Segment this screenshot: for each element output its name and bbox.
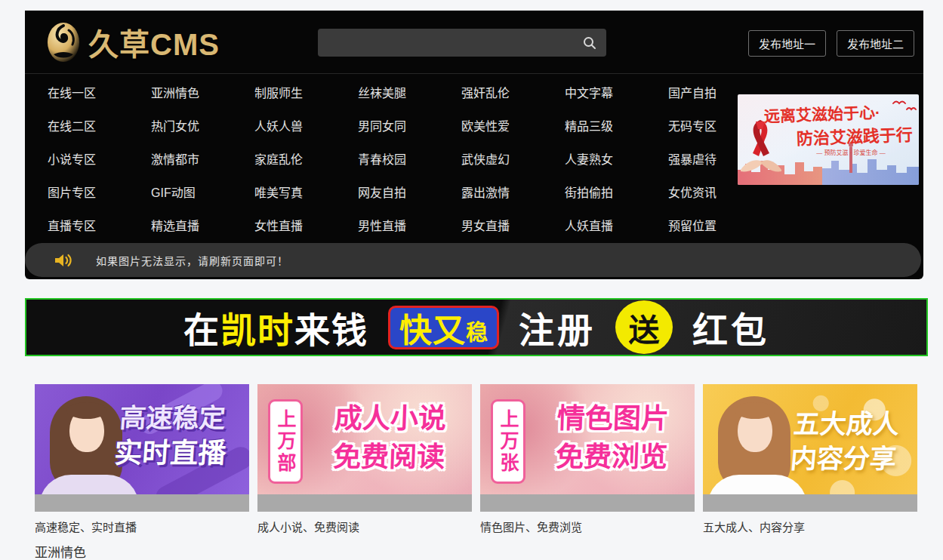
vertical-tag-text: 上万部 — [272, 409, 299, 475]
nav-item[interactable]: 男女直播 — [461, 216, 510, 234]
banner-redpacket-text: 红包 — [692, 301, 769, 353]
nav-item[interactable]: 人妖直播 — [565, 216, 613, 234]
casino-banner-ad[interactable]: 在凯时来钱 快又 稳 注册 送 红包 — [25, 298, 928, 356]
nav-item[interactable]: 街拍偷拍 — [565, 183, 613, 201]
card-text-line1: 高速稳定 — [100, 401, 245, 435]
card-overlay-text: 情色图片 免费浏览 — [532, 399, 693, 476]
card-caption[interactable]: 高速稳定、实时直播 — [35, 518, 249, 534]
nav-item[interactable]: 强奸乱伦 — [461, 83, 510, 101]
publish-address-1-button[interactable]: 发布地址一 — [748, 30, 826, 57]
card-bottom-strip — [703, 494, 917, 512]
nav-item[interactable]: 在线二区 — [48, 116, 96, 134]
card-overlay-text: 五大成人 内容分享 — [774, 407, 916, 475]
search-button[interactable] — [573, 29, 606, 57]
search-input[interactable] — [318, 29, 573, 57]
speaker-icon — [54, 251, 73, 269]
nav-item[interactable]: 欧美性爱 — [461, 116, 510, 134]
banner-fast-stable-box: 快又 稳 — [388, 306, 499, 349]
search-bar — [318, 29, 606, 57]
promo-card-novels-image: 上万部 成人小说 免费阅读 — [257, 384, 472, 512]
nav-item[interactable]: 在线一区 — [48, 83, 96, 101]
vertical-tag: 上万部 — [268, 399, 303, 484]
card-caption[interactable]: 五大成人、内容分享 — [703, 518, 917, 534]
site-shell: 久草CMS 发布地址一 发布地址二 在线一区亚洲情色制服师生丝袜美腿强奸乱伦中文… — [25, 11, 923, 279]
card-overlay-text: 成人小说 免费阅读 — [309, 399, 470, 476]
card-text-line1: 成人小说 — [310, 399, 470, 438]
nav-section: 在线一区亚洲情色制服师生丝袜美腿强奸乱伦中文字幕国产自拍在线二区热门女优人妖人兽… — [25, 74, 923, 243]
banner-box-small-text: 稳 — [466, 315, 488, 346]
card-text-line1: 情色图片 — [533, 399, 693, 438]
nav-item[interactable]: 男性直播 — [358, 216, 406, 234]
nav-item[interactable]: 无码专区 — [668, 116, 716, 134]
card-text-line2: 免费浏览 — [532, 438, 692, 476]
vertical-tag-text: 上万张 — [495, 409, 522, 475]
nav-item[interactable]: 精品三级 — [565, 116, 613, 134]
card-caption[interactable]: 成人小说、免费阅读 — [257, 518, 472, 534]
nav-item[interactable]: GIF动图 — [151, 183, 196, 201]
banner-box-big-text: 快又 — [399, 304, 466, 351]
poster-subtitle: — 预防艾滋 · 珍爱生命 — — [816, 149, 886, 156]
card-bottom-strip — [35, 494, 249, 512]
promo-card-live[interactable]: 高速稳定 实时直播 高速稳定、实时直播 — [35, 384, 249, 534]
banner-part1: 在 — [183, 310, 220, 350]
nav-item[interactable]: 露出激情 — [461, 183, 510, 201]
promo-card-novels[interactable]: 上万部 成人小说 免费阅读 成人小说、免费阅读 — [257, 384, 472, 534]
aids-poster-ad[interactable]: 远离艾滋始于心· 防治艾滋践于行 — 预防艾滋 · 珍爱生命 — — [738, 94, 919, 185]
card-bottom-strip — [257, 494, 472, 512]
promo-cards-row: 高速稳定 实时直播 高速稳定、实时直播 上万部 成人小说 免费阅读 成人小说、免… — [35, 384, 917, 534]
nav-item[interactable]: 预留位置 — [668, 216, 716, 234]
nav-item[interactable]: 热门女优 — [151, 116, 199, 134]
notice-text: 如果图片无法显示，请刷新页面即可！ — [96, 253, 288, 268]
top-header: 久草CMS 发布地址一 发布地址二 — [25, 11, 923, 74]
logo-swirl-icon — [46, 21, 81, 63]
card-overlay-text: 高速稳定 实时直播 — [97, 401, 246, 472]
card-caption[interactable]: 情色图片、免费浏览 — [480, 518, 695, 534]
nav-item[interactable]: 制服师生 — [254, 83, 303, 101]
promo-card-sharing[interactable]: 五大成人 内容分享 五大成人、内容分享 — [703, 384, 917, 534]
vertical-tag: 上万张 — [491, 399, 525, 484]
promo-card-sharing-image: 五大成人 内容分享 — [703, 384, 917, 512]
banner-main-text: 在凯时来钱 — [183, 301, 368, 353]
banner-register-text: 注册 — [519, 301, 596, 353]
logo-text: 久草CMS — [88, 20, 220, 64]
card-text-line2: 实时直播 — [97, 435, 243, 472]
nav-item[interactable]: 精选直播 — [151, 216, 199, 234]
nav-item[interactable]: 唯美写真 — [254, 183, 303, 201]
nav-item[interactable]: 亚洲情色 — [151, 83, 199, 101]
section-title-asian: 亚洲情色 — [35, 542, 86, 560]
site-logo[interactable]: 久草CMS — [46, 20, 220, 64]
nav-item[interactable]: 青春校园 — [358, 149, 406, 168]
nav-item[interactable]: 图片专区 — [48, 183, 96, 201]
search-icon — [583, 36, 596, 50]
promo-card-pictures-image: 上万张 情色图片 免费浏览 — [480, 384, 695, 512]
banner-part3: 来钱 — [294, 310, 368, 350]
nav-item[interactable]: 强暴虐待 — [668, 149, 716, 168]
nav-item[interactable]: 丝袜美腿 — [358, 83, 406, 101]
nav-item[interactable]: 家庭乱伦 — [254, 149, 303, 168]
nav-item[interactable]: 网友自拍 — [358, 183, 406, 201]
nav-grid: 在线一区亚洲情色制服师生丝袜美腿强奸乱伦中文字幕国产自拍在线二区热门女优人妖人兽… — [48, 75, 772, 242]
promo-card-pictures[interactable]: 上万张 情色图片 免费浏览 情色图片、免费浏览 — [480, 384, 695, 534]
nav-item[interactable]: 小说专区 — [48, 149, 96, 168]
nav-item[interactable]: 男同女同 — [358, 116, 406, 134]
banner-gift-badge: 送 — [615, 300, 673, 354]
nav-item[interactable]: 人妻熟女 — [565, 149, 613, 168]
card-bottom-strip — [480, 494, 695, 512]
promo-card-live-image: 高速稳定 实时直播 — [35, 384, 249, 512]
publish-buttons: 发布地址一 发布地址二 — [748, 30, 914, 57]
publish-address-2-button[interactable]: 发布地址二 — [837, 30, 914, 57]
card-text-line2: 免费阅读 — [309, 438, 469, 476]
notice-bar: 如果图片无法显示，请刷新页面即可！ — [25, 243, 921, 277]
nav-item[interactable]: 人妖人兽 — [254, 116, 303, 134]
card-text-line1: 五大成人 — [777, 407, 916, 442]
nav-item[interactable]: 国产自拍 — [668, 83, 716, 101]
nav-item[interactable]: 直播专区 — [48, 216, 96, 234]
banner-part2: 凯时 — [220, 310, 294, 350]
nav-item[interactable]: 激情都市 — [151, 149, 199, 168]
nav-item[interactable]: 女性直播 — [254, 216, 303, 234]
card-text-line2: 内容分享 — [774, 442, 913, 476]
nav-item[interactable]: 女优资讯 — [668, 183, 716, 201]
nav-item[interactable]: 中文字幕 — [565, 83, 613, 101]
nav-item[interactable]: 武侠虚幻 — [461, 149, 510, 168]
